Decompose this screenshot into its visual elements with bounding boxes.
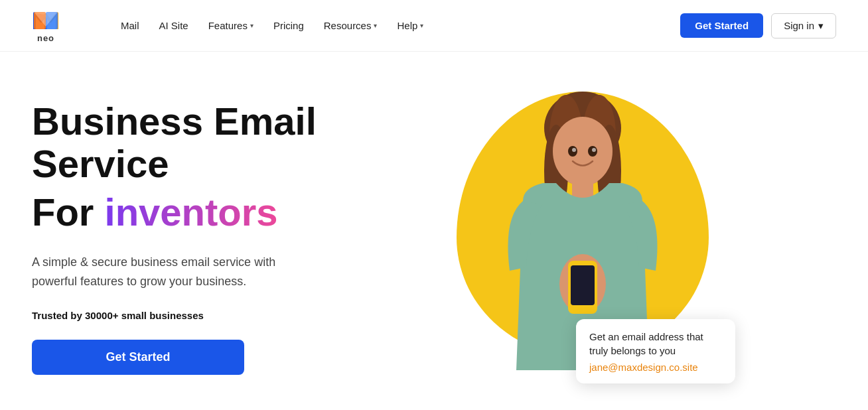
svg-point-9	[553, 117, 613, 186]
nav-resources[interactable]: Resources ▾	[316, 16, 386, 35]
svg-point-16	[572, 148, 576, 152]
hero-title-line2: For inventors	[32, 190, 403, 235]
hero-image-area: Get an email address that truly belongs …	[430, 78, 735, 397]
hero-section: Business Email Service For inventors A s…	[0, 52, 868, 410]
nav-pricing[interactable]: Pricing	[265, 16, 312, 35]
nav-sign-in-button[interactable]: Sign in ▾	[771, 13, 836, 38]
email-card: Get an email address that truly belongs …	[576, 319, 735, 383]
nav-ai-site[interactable]: AI Site	[151, 16, 196, 35]
logo[interactable]: neo	[32, 8, 60, 43]
nav-features[interactable]: Features ▾	[200, 16, 261, 35]
email-card-text: Get an email address that truly belongs …	[589, 330, 722, 358]
hero-highlight-word: inventors	[105, 190, 278, 234]
hero-description: A simple & secure business email service…	[32, 253, 311, 291]
nav-links: Mail AI Site Features ▾ Pricing Resource…	[113, 16, 680, 35]
nav-mail[interactable]: Mail	[113, 16, 147, 35]
svg-rect-13	[571, 265, 595, 305]
features-chevron-icon: ▾	[250, 22, 253, 29]
help-chevron-icon: ▾	[420, 22, 423, 29]
hero-title-line1: Business Email Service	[32, 100, 403, 185]
nav-cta-area: Get Started Sign in ▾	[680, 13, 836, 38]
neo-logo-icon	[32, 8, 60, 32]
hero-content: Business Email Service For inventors A s…	[32, 100, 403, 375]
svg-point-17	[592, 148, 596, 152]
navbar: neo Mail AI Site Features ▾ Pricing Reso…	[0, 0, 868, 52]
signin-chevron-icon: ▾	[818, 20, 824, 32]
hero-trust-text: Trusted by 30000+ small businesses	[32, 310, 403, 321]
hero-get-started-button[interactable]: Get Started	[32, 340, 244, 375]
nav-get-started-button[interactable]: Get Started	[680, 13, 763, 38]
resources-chevron-icon: ▾	[374, 22, 377, 29]
logo-text: neo	[37, 33, 54, 43]
email-card-address: jane@maxdesign.co.site	[589, 362, 722, 373]
nav-help[interactable]: Help ▾	[389, 16, 431, 35]
